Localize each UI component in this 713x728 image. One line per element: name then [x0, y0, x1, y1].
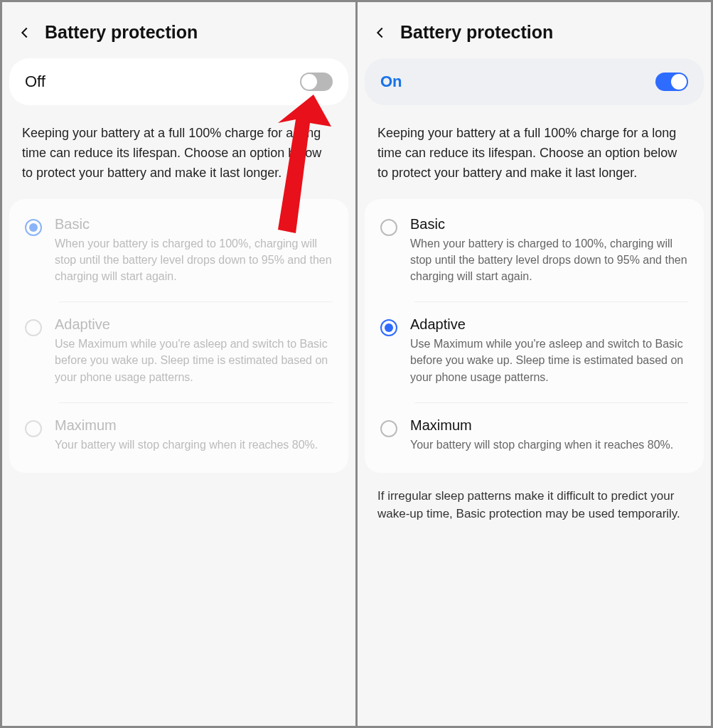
radio-icon	[25, 420, 42, 437]
description-text: Keeping your battery at a full 100% char…	[358, 105, 711, 199]
option-title: Adaptive	[55, 316, 333, 333]
radio-icon	[25, 219, 42, 236]
master-toggle-row[interactable]: Off	[9, 58, 348, 105]
option-desc: Your battery will stop charging when it …	[55, 437, 333, 453]
option-basic[interactable]: Basic When your battery is charged to 10…	[365, 202, 704, 302]
options-list: Basic When your battery is charged to 10…	[365, 199, 704, 473]
option-desc: When your battery is charged to 100%, ch…	[410, 235, 688, 285]
header: Battery protection	[358, 2, 711, 58]
radio-icon	[25, 319, 42, 336]
option-maximum[interactable]: Maximum Your battery will stop charging …	[365, 403, 704, 470]
option-title: Maximum	[410, 417, 688, 434]
option-maximum[interactable]: Maximum Your battery will stop charging …	[9, 403, 348, 470]
radio-icon	[380, 319, 397, 336]
chevron-left-icon	[372, 25, 388, 41]
options-list: Basic When your battery is charged to 10…	[9, 199, 348, 473]
toggle-knob	[301, 74, 317, 90]
header: Battery protection	[2, 2, 355, 58]
screen-on-state: Battery protection On Keeping your batte…	[358, 2, 711, 726]
option-title: Basic	[410, 216, 688, 232]
footnote-text: If irregular sleep patterns make it diff…	[358, 473, 711, 537]
master-toggle-row[interactable]: On	[365, 58, 704, 105]
option-desc: Your battery will stop charging when it …	[410, 437, 688, 453]
toggle-label: On	[380, 73, 402, 91]
option-title: Adaptive	[410, 316, 688, 333]
option-basic[interactable]: Basic When your battery is charged to 10…	[9, 202, 348, 302]
radio-icon	[380, 219, 397, 236]
option-adaptive[interactable]: Adaptive Use Maximum while you're asleep…	[9, 302, 348, 402]
description-text: Keeping your battery at a full 100% char…	[2, 105, 355, 199]
option-desc: When your battery is charged to 100%, ch…	[55, 235, 333, 285]
toggle-switch[interactable]	[300, 73, 333, 91]
page-title: Battery protection	[400, 22, 553, 43]
radio-icon	[380, 420, 397, 437]
toggle-switch[interactable]	[655, 73, 688, 91]
page-title: Battery protection	[45, 22, 198, 43]
option-title: Basic	[55, 216, 333, 232]
option-desc: Use Maximum while you're asleep and swit…	[55, 336, 333, 385]
chevron-left-icon	[17, 25, 33, 41]
back-button[interactable]	[372, 24, 389, 41]
back-button[interactable]	[16, 24, 33, 41]
toggle-label: Off	[25, 73, 45, 91]
option-title: Maximum	[55, 417, 333, 434]
option-desc: Use Maximum while you're asleep and swit…	[410, 336, 688, 385]
option-adaptive[interactable]: Adaptive Use Maximum while you're asleep…	[365, 302, 704, 402]
toggle-knob	[671, 74, 687, 90]
screen-off-state: Battery protection Off Keeping your batt…	[2, 2, 355, 726]
